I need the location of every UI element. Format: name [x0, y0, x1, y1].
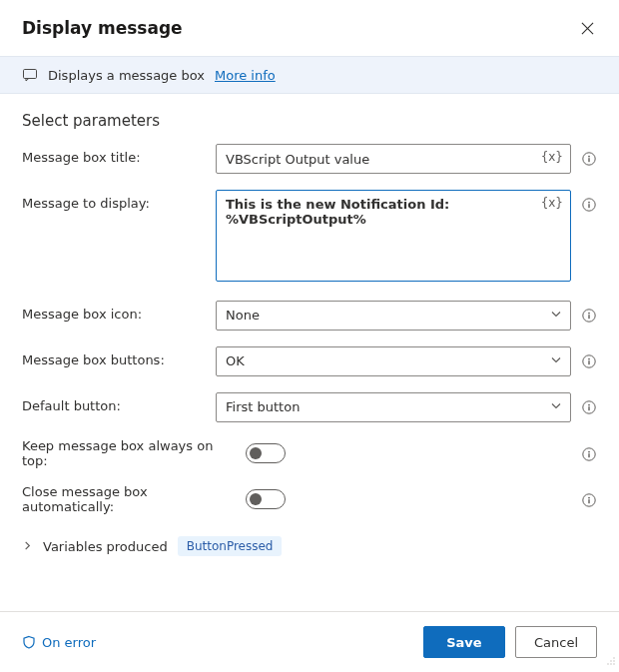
help-icon-message[interactable] — [581, 197, 597, 213]
on-error-link[interactable]: On error — [22, 635, 96, 650]
svg-point-22 — [613, 657, 615, 659]
resize-grip-icon — [606, 656, 616, 666]
label-message-to-display: Message to display: — [22, 190, 206, 211]
svg-rect-6 — [588, 204, 589, 208]
info-banner: Displays a message box More info — [0, 56, 619, 94]
svg-point-25 — [607, 663, 609, 665]
svg-rect-9 — [588, 315, 589, 319]
help-icon-title[interactable] — [581, 151, 597, 167]
label-auto-close: Close message box automatically: — [22, 484, 236, 514]
shield-icon — [22, 635, 36, 649]
save-button[interactable]: Save — [423, 626, 505, 658]
dialog-title: Display message — [22, 18, 183, 38]
variable-token-button[interactable]: {x} — [541, 150, 563, 164]
parameters-section: Select parameters Message box title: {x}… — [0, 94, 619, 566]
select-message-box-buttons[interactable]: OK — [216, 346, 571, 376]
help-icon-auto-close[interactable] — [581, 492, 597, 508]
input-message-to-display[interactable]: This is the new Notification Id: %VBScri… — [216, 190, 571, 282]
help-icon-always-on-top[interactable] — [581, 446, 597, 462]
svg-rect-21 — [588, 499, 589, 503]
svg-point-17 — [588, 451, 590, 453]
row-default-button: Default button: First button — [22, 392, 597, 422]
label-default-button: Default button: — [22, 392, 206, 413]
svg-point-27 — [613, 663, 615, 665]
row-message-to-display: Message to display: This is the new Noti… — [22, 190, 597, 285]
expand-variables-toggle[interactable] — [22, 539, 33, 554]
section-heading: Select parameters — [22, 112, 597, 130]
more-info-link[interactable]: More info — [215, 68, 276, 83]
close-icon — [581, 22, 594, 35]
svg-point-23 — [610, 660, 612, 662]
dialog-header: Display message — [0, 0, 619, 50]
on-error-label: On error — [42, 635, 96, 650]
variables-produced-row: Variables produced ButtonPressed — [22, 530, 597, 566]
svg-rect-0 — [24, 70, 37, 79]
help-icon-buttons[interactable] — [581, 353, 597, 369]
label-always-on-top: Keep message box always on top: — [22, 438, 236, 468]
variable-pill-buttonpressed[interactable]: ButtonPressed — [178, 536, 283, 556]
banner-text: Displays a message box — [48, 68, 205, 83]
row-message-box-title: Message box title: {x} — [22, 144, 597, 174]
toggle-auto-close[interactable] — [246, 489, 286, 509]
select-message-box-icon[interactable]: None — [216, 301, 571, 331]
label-message-box-icon: Message box icon: — [22, 301, 206, 322]
row-message-box-buttons: Message box buttons: OK — [22, 346, 597, 376]
input-message-box-title[interactable] — [216, 144, 571, 174]
select-default-button[interactable]: First button — [216, 392, 571, 422]
dialog-footer: On error Save Cancel — [0, 611, 619, 672]
row-message-box-icon: Message box icon: None — [22, 301, 597, 331]
svg-point-24 — [613, 660, 615, 662]
svg-rect-3 — [588, 158, 589, 162]
svg-point-8 — [588, 313, 590, 315]
svg-rect-18 — [588, 453, 589, 457]
label-message-box-title: Message box title: — [22, 144, 206, 165]
svg-point-5 — [588, 202, 590, 204]
close-button[interactable] — [577, 18, 597, 38]
svg-rect-15 — [588, 406, 589, 410]
message-icon — [22, 67, 38, 83]
svg-point-2 — [588, 156, 590, 158]
label-message-box-buttons: Message box buttons: — [22, 346, 206, 367]
row-always-on-top: Keep message box always on top: — [22, 438, 597, 468]
svg-point-20 — [588, 497, 590, 499]
help-icon-icon[interactable] — [581, 308, 597, 324]
svg-rect-12 — [588, 360, 589, 364]
cancel-button[interactable]: Cancel — [515, 626, 597, 658]
variable-token-button[interactable]: {x} — [541, 196, 563, 210]
svg-point-26 — [610, 663, 612, 665]
chevron-right-icon — [22, 540, 33, 551]
help-icon-default[interactable] — [581, 399, 597, 415]
toggle-always-on-top[interactable] — [246, 443, 286, 463]
resize-grip[interactable] — [606, 654, 616, 669]
svg-point-14 — [588, 404, 590, 406]
variables-produced-label: Variables produced — [43, 539, 168, 554]
row-auto-close: Close message box automatically: — [22, 484, 597, 514]
svg-point-11 — [588, 358, 590, 360]
